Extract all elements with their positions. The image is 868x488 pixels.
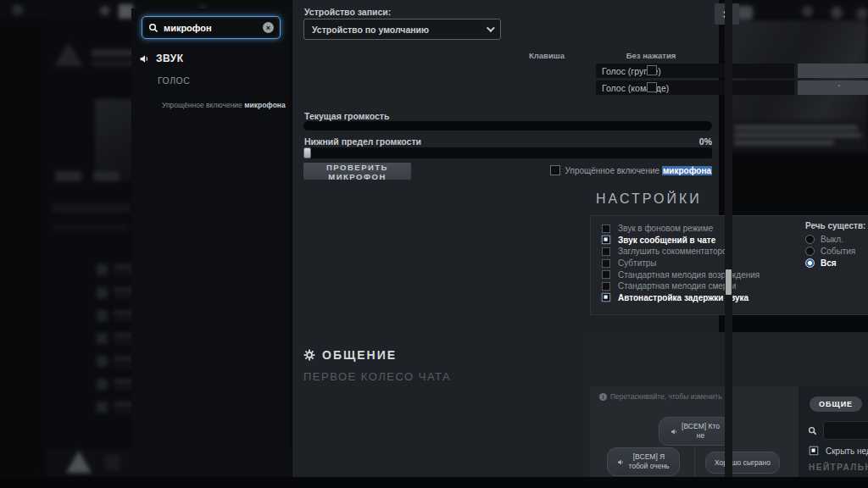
volume-floor-value: 0% [678,136,712,147]
radio-row[interactable]: Выкл. [805,233,865,245]
search-highlight: микрофона [662,166,712,175]
dota2-settings-screen: ИГРАТЬ Устройство записи: Устройство по … [0,0,868,488]
option-row[interactable]: Автонастройка задержки звука [601,292,760,304]
option-row[interactable]: Субтитры [601,258,760,269]
chevron-down-icon [487,24,495,32]
checkbox[interactable] [602,270,610,279]
communication-title-row: ОБЩЕНИЕ [303,348,397,362]
checkbox[interactable] [550,165,560,175]
communication-title: ОБЩЕНИЕ [322,348,397,362]
radio-label: События [821,247,855,256]
search-icon [808,426,817,435]
option-label: Звук сообщений в чате [618,236,715,245]
checkbox[interactable] [602,282,610,291]
binding-key-field[interactable] [798,64,868,78]
binding-key-field[interactable]: ` [798,80,868,95]
creep-speech-group: Речь существ: Выкл. События Вся [805,221,865,269]
no-press-checkbox[interactable] [647,65,657,75]
speaker-icon [617,458,625,466]
test-microphone-button[interactable]: ПРОВЕРИТЬ МИКРОФОН [303,163,411,180]
bottom-letterbox [0,477,868,488]
option-label: Звук в фоновом режиме [618,224,713,233]
chat-tabs: ОБЩИЕЗВУКИГРАФФИТИСМАЙЛИКИ [810,396,868,412]
recording-device-dropdown[interactable]: Устройство по умолчанию [303,19,501,40]
creep-speech-label: Речь существ: [805,221,865,230]
chat-lines-search-input[interactable] [823,421,868,440]
open-mic-checkbox-row[interactable]: Упрощённое включение микрофона [550,165,712,175]
chat-wheel-item-label: [ВСЕМ] Я тобой очень [628,452,669,470]
radio-button[interactable] [805,235,815,244]
key-column-header: Клавиша [505,51,588,60]
hide-unavailable-row[interactable]: Скрыть недоступные [809,446,868,456]
radio-row[interactable]: Вся [805,257,865,269]
option-label: Субтитры [618,258,657,268]
option-label: Стандартная мелодия смерти [618,281,736,291]
chat-wheel-item-left[interactable]: [ВСЕМ] Я тобой очень [607,447,680,476]
open-mic-label: Упрощённое включение микрофона [565,166,712,175]
drag-hint: i Перетаскивайте, чтобы изменить [599,392,722,401]
settings-search-box[interactable]: микрофон × [142,16,281,39]
chat-lines-pane: ОБЩИЕЗВУКИГРАФФИТИСМАЙЛИКИ Скрыть недост… [798,386,868,477]
chat-wheel-item-top[interactable]: [ВСЕМ] Кто не [659,417,732,446]
scrollbar-thumb[interactable] [726,269,732,295]
chat-wheel-pane: i Перетаскивайте, чтобы изменить [ВСЕМ] … [590,386,798,477]
recording-device-label: Устройство записи: [304,7,391,17]
chat-wheel-item-right[interactable]: Хорошо сыграно [705,452,780,474]
chat-lines-search-row [808,421,868,440]
chat-wheel-item-label: [ВСЕМ] Кто не [682,422,720,440]
speaker-icon [139,53,150,64]
neutral-group-label: НЕЙТРАЛЬНЫЕ [809,463,868,472]
radio-row[interactable]: События [805,245,865,257]
option-row[interactable]: Заглушить сокомментаторов [601,246,760,258]
no-press-column-header: Без нажатия [609,51,693,60]
slider-handle[interactable] [303,147,311,158]
chat-wheel-subtitle: ПЕРВОЕ КОЛЕСО ЧАТА [303,370,451,383]
option-row[interactable]: Стандартная мелодия возрождения [601,269,760,280]
recording-device-value: Устройство по умолчанию [312,25,429,35]
checkbox[interactable] [602,225,610,233]
search-result-openmic[interactable]: Упрощённое включение микрофона [162,101,286,109]
speaker-icon [670,428,678,435]
hide-unavailable-label: Скрыть недоступные [826,446,868,456]
option-label: Заглушить сокомментаторов [618,247,732,256]
tab-общие[interactable]: ОБЩИЕ [810,396,862,412]
checkbox[interactable] [810,446,818,455]
info-icon: i [599,393,607,401]
settings-panel: Устройство записи: Устройство по умолчан… [292,0,719,477]
radio-label: Выкл. [821,235,843,244]
settings-scrollbar[interactable] [725,0,732,477]
search-result-sound[interactable]: ЗВУК [139,53,184,64]
clear-search-icon[interactable]: × [263,22,274,33]
wheel-divider [694,446,695,477]
option-row[interactable]: Звук в фоновом режиме [601,223,760,235]
no-press-checkbox[interactable] [647,82,657,92]
option-row[interactable]: Звук сообщений в чате [601,235,760,247]
settings-section-title: НАСТРОЙКИ [596,191,702,207]
checkbox[interactable] [602,247,610,256]
checkbox[interactable] [602,258,610,267]
volume-floor-slider[interactable] [303,147,712,158]
chat-wheel-item-label: Хорошо сыграно [715,458,771,468]
option-row[interactable]: Стандартная мелодия смерти [601,280,760,292]
current-volume-label: Текущая громкость [304,111,389,121]
settings-search-value[interactable]: микрофон [164,23,258,33]
option-label: Стандартная мелодия возрождения [618,270,760,280]
options-list: Звук в фоновом режиме Звук сообщений в ч… [601,223,760,303]
radio-label: Вся [821,258,837,268]
checkbox[interactable] [602,293,610,302]
binding-label: Голос (команде) [596,80,794,95]
radio-button[interactable] [805,258,815,268]
settings-search-flyout: микрофон × ЗВУК ГОЛОС Упрощённое включен… [131,8,289,477]
checkbox[interactable] [602,236,610,244]
search-icon [148,23,159,33]
radio-button[interactable] [805,247,815,256]
volume-meter [303,121,712,130]
binding-label: Голос (группе) [596,64,794,78]
gear-icon [303,349,315,361]
volume-floor-label: Нижний предел громкости [304,136,421,147]
search-result-voice[interactable]: ГОЛОС [158,75,190,86]
